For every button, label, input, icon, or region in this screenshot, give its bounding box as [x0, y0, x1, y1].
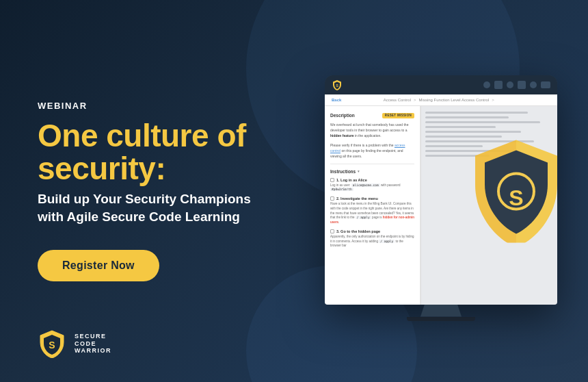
step-3-text: Apparently, the only authorization on th…	[330, 235, 414, 249]
code-line	[425, 121, 540, 123]
big-shield-decoration: S	[468, 137, 564, 246]
monitor-logo: S	[332, 79, 343, 90]
monitor-topbar: S	[325, 75, 557, 94]
title-line1: One culture of	[38, 118, 246, 153]
breadcrumb-item1: Access Control	[384, 98, 411, 102]
description-text-1: We overheard at lunch that somebody has …	[330, 122, 414, 138]
svg-text:S: S	[509, 186, 523, 210]
app-sidebar: Description RESET MISSION We overheard a…	[325, 106, 420, 305]
svg-text:S: S	[336, 83, 338, 87]
logo-text-warrior: WARRIOR	[75, 347, 111, 355]
breadcrumb-back[interactable]: Back	[332, 98, 341, 102]
shield-svg: S	[468, 137, 564, 243]
webinar-label: WEBINAR	[38, 101, 260, 111]
logo-shield-icon: S	[38, 329, 66, 358]
logo-text-secure: SECURE	[75, 333, 111, 340]
monitor-icon-flag	[494, 81, 503, 89]
code-line	[425, 131, 521, 133]
breadcrumb-sep3: >	[492, 98, 494, 102]
step-2-label: 2. Investigate the menu	[336, 196, 378, 201]
breadcrumb-sep2: >	[414, 98, 416, 102]
app-breadcrumb: Back Access Control > Missing Function L…	[325, 94, 557, 106]
logo-area: S SECURE CODE WARRIOR	[38, 329, 111, 358]
step-1-title: 1. Log in as Alice	[330, 178, 414, 182]
step-3-label: 3. Go to the hidden page	[336, 229, 380, 233]
step-3: 3. Go to the hidden page Apparently, the…	[330, 229, 414, 249]
monitor-icons	[483, 81, 550, 89]
title-line2: security:	[38, 151, 165, 186]
chevron-down-icon: ▾	[358, 169, 360, 173]
description-text-2: Please verify if there is a problem with…	[330, 142, 414, 159]
step-1-text: Log in as user: alice@acme.com with pass…	[330, 183, 414, 193]
right-panel: S Back	[294, 0, 588, 382]
breadcrumb-sep1	[344, 98, 380, 102]
monitor-icon-mail	[507, 81, 513, 88]
step-2-checkbox[interactable]	[330, 196, 334, 201]
monitor-icon-user	[530, 81, 537, 88]
page-container: WEBINAR One culture of security: Build u…	[0, 0, 588, 382]
monitor-base	[407, 317, 475, 321]
monitor-icon-grid	[541, 81, 550, 88]
code-line	[425, 116, 509, 118]
step-3-checkbox[interactable]	[330, 229, 334, 233]
reset-mission-badge[interactable]: RESET MISSION	[382, 113, 414, 118]
step-2: 2. Investigate the menu Have a look at t…	[330, 196, 414, 225]
instructions-header: Instructions ▾	[330, 169, 414, 174]
code-line	[425, 126, 496, 128]
description-title: Description	[330, 113, 355, 118]
left-panel: WEBINAR One culture of security: Build u…	[0, 0, 294, 382]
step-2-text: Have a look at the menu in the Míng Bank…	[330, 202, 414, 225]
monitor-icon-wifi	[483, 81, 490, 88]
breadcrumb-item2: Missing Function Level Access Control	[419, 98, 490, 102]
step-1-checkbox[interactable]	[330, 178, 334, 182]
svg-text:S: S	[49, 340, 55, 351]
subtitle: Build up Your Security Champions with Ag…	[38, 190, 260, 225]
code-line	[425, 112, 528, 114]
step-2-title: 2. Investigate the menu	[330, 196, 414, 201]
step-1: 1. Log in as Alice Log in as user: alice…	[330, 178, 414, 193]
step-1-label: 1. Log in as Alice	[336, 178, 367, 182]
instructions-title-text: Instructions	[330, 169, 356, 174]
logo-text-code: CODE	[75, 340, 111, 348]
description-header: Description RESET MISSION	[330, 113, 414, 118]
main-title: One culture of security:	[38, 119, 260, 186]
monitor-icon-bell	[518, 81, 526, 89]
logo-text: SECURE CODE WARRIOR	[75, 333, 111, 355]
divider	[330, 164, 414, 164]
monitor-logo-shield-icon: S	[332, 79, 343, 90]
monitor-stand	[420, 305, 462, 317]
register-button[interactable]: Register Now	[38, 250, 159, 281]
step-3-title: 3. Go to the hidden page	[330, 229, 414, 233]
